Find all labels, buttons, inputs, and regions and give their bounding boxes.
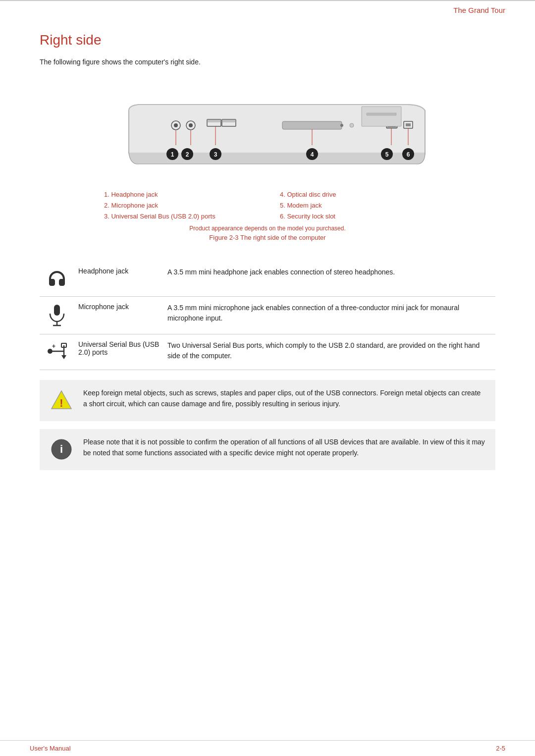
label-6: 6. Security lock slot	[280, 211, 436, 222]
icon-cell-usb: +	[40, 334, 74, 370]
intro-text: The following figure shows the computer'…	[40, 58, 495, 66]
feature-desc-headphone: A 3.5 mm mini headphone jack enables con…	[163, 261, 495, 297]
feature-name-microphone: Microphone jack	[74, 297, 163, 334]
svg-text:i: i	[60, 443, 63, 455]
svg-rect-5	[207, 119, 221, 122]
info-notice: i Please note that it is not possible to…	[40, 429, 495, 470]
microphone-icon	[46, 303, 68, 326]
main-content: Right side The following figure shows th…	[0, 17, 535, 518]
svg-text:1: 1	[171, 151, 174, 158]
warning-icon: !	[50, 388, 73, 413]
laptop-diagram: 1 2 3 4 5 6	[99, 81, 436, 251]
svg-rect-33	[362, 107, 401, 126]
feature-name-headphone: Headphone jack	[74, 261, 163, 297]
diagram-labels: 1. Headphone jack 2. Microphone jack 3. …	[99, 189, 436, 222]
table-row: Microphone jack A 3.5 mm mini microphone…	[40, 297, 495, 334]
svg-rect-7	[222, 119, 236, 122]
footer-manual-label: User's Manual	[30, 745, 71, 752]
label-5: 5. Modem jack	[280, 200, 436, 211]
svg-rect-34	[367, 113, 396, 115]
label-2: 2. Microphone jack	[104, 200, 260, 211]
footer-page-number: 2-5	[496, 745, 505, 752]
laptop-illustration: 1 2 3 4 5 6	[99, 81, 436, 186]
page-footer: User's Manual 2-5	[0, 740, 535, 756]
svg-point-9	[340, 124, 343, 127]
svg-point-10	[350, 123, 354, 127]
svg-text:2: 2	[186, 151, 189, 158]
features-table: Headphone jack A 3.5 mm mini headphone j…	[40, 261, 495, 370]
icon-cell-headphone	[40, 261, 74, 297]
table-row: Headphone jack A 3.5 mm mini headphone j…	[40, 261, 495, 297]
svg-text:5: 5	[385, 151, 389, 158]
svg-rect-35	[54, 305, 60, 316]
headphone-icon	[46, 267, 68, 289]
header-title: The Grand Tour	[453, 6, 505, 14]
table-row: + Universal Serial Bus (USB 2.0) ports T…	[40, 334, 495, 370]
feature-desc-usb: Two Universal Serial Bus ports, which co…	[163, 334, 495, 370]
svg-text:3: 3	[214, 151, 217, 158]
icon-cell-microphone	[40, 297, 74, 334]
feature-name-usb: Universal Serial Bus (USB 2.0) ports	[74, 334, 163, 370]
figure-caption: Figure 2-3 The right side of the compute…	[209, 234, 325, 241]
warning-notice: ! Keep foreign metal objects, such as sc…	[40, 380, 495, 421]
svg-point-3	[189, 123, 193, 127]
label-1: 1. Headphone jack	[104, 189, 260, 200]
svg-text:4: 4	[311, 151, 314, 158]
warning-text: Keep foreign metal objects, such as scre…	[83, 388, 485, 409]
info-text: Please note that it is not possible to c…	[83, 437, 485, 458]
feature-desc-microphone: A 3.5 mm mini microphone jack enables co…	[163, 297, 495, 334]
usb-icon: +	[45, 340, 69, 362]
page-header: The Grand Tour	[0, 0, 535, 17]
svg-text:!: !	[59, 397, 63, 409]
label-4: 4. Optical disc drive	[280, 189, 436, 200]
label-3: 3. Universal Serial Bus (USB 2.0) ports	[104, 211, 260, 222]
svg-rect-8	[282, 121, 342, 129]
svg-text:+: +	[52, 343, 55, 350]
labels-col-2: 4. Optical disc drive 5. Modem jack 6. S…	[280, 189, 436, 222]
svg-marker-43	[61, 355, 66, 359]
product-note: Product appearance depends on the model …	[189, 225, 346, 232]
svg-point-1	[174, 123, 178, 127]
svg-rect-14	[406, 123, 411, 126]
svg-text:6: 6	[407, 151, 410, 158]
page-title: Right side	[40, 32, 495, 48]
labels-col-1: 1. Headphone jack 2. Microphone jack 3. …	[104, 189, 260, 222]
info-icon: i	[50, 437, 73, 462]
